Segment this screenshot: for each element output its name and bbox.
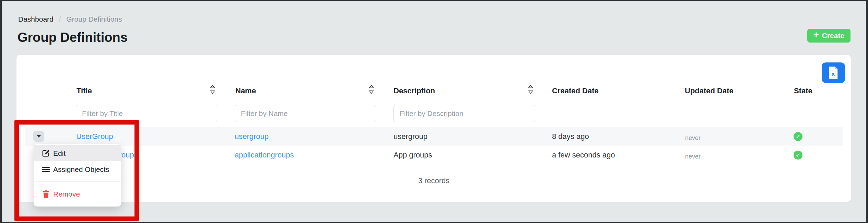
breadcrumb-group-definitions[interactable]: Group Definitions [66, 15, 122, 23]
edit-icon [42, 149, 50, 157]
screen-edge [866, 0, 868, 223]
breadcrumb: Dashboard / Group Definitions [18, 15, 122, 23]
create-button-label: Create [822, 32, 844, 40]
row-name-link[interactable]: usergroup [235, 132, 269, 141]
check-glyph: ✓ [796, 152, 800, 159]
trash-icon [42, 190, 50, 198]
row-title-link[interactable]: UserGroup [76, 132, 113, 141]
plus-icon: + [813, 31, 819, 40]
export-excel-button[interactable]: x [822, 62, 845, 83]
column-header-created-date: Created Date [552, 86, 599, 95]
row-updated-date: never [685, 133, 701, 142]
caret-down-icon [37, 135, 41, 138]
table-row [25, 145, 843, 165]
screen-edge [0, 0, 2, 223]
records-count: 3 records [25, 176, 843, 185]
row-description: usergroup [394, 132, 427, 141]
row-updated-date: never [685, 152, 701, 161]
menu-item-remove[interactable]: Remove [34, 187, 121, 202]
excel-file-icon: x [828, 66, 838, 79]
list-icon [42, 166, 50, 173]
breadcrumb-separator: / [59, 15, 61, 23]
page-title: Group Definitions [17, 30, 128, 45]
column-header-title[interactable]: Title [77, 86, 92, 95]
state-check-icon: ✓ [794, 151, 802, 160]
row-created-date: 8 days ago [552, 132, 589, 141]
menu-item-label: Edit [53, 149, 66, 157]
filter-name-input[interactable] [235, 105, 376, 122]
filter-title-input[interactable] [76, 105, 217, 122]
column-header-updated-date: Updated Date [685, 86, 734, 95]
menu-item-label: Assigned Objects [53, 165, 109, 174]
state-check-icon: ✓ [794, 132, 802, 141]
column-header-description[interactable]: Description [394, 86, 435, 95]
column-header-state: State [794, 86, 812, 95]
svg-text:x: x [832, 71, 835, 77]
sort-icon-name[interactable] [368, 84, 374, 94]
menu-item-assigned-objects[interactable]: Assigned Objects [34, 161, 121, 177]
menu-divider [34, 181, 121, 182]
sort-icon-title[interactable] [210, 84, 215, 94]
row-actions-dropdown-toggle[interactable] [33, 131, 44, 142]
create-button[interactable]: + Create [807, 29, 851, 43]
group-definitions-page: Dashboard / Group Definitions Group Defi… [0, 0, 868, 223]
row-description: App groups [394, 151, 432, 160]
row-created-date: a few seconds ago [552, 151, 615, 160]
column-header-name[interactable]: Name [235, 86, 256, 95]
table-row [25, 127, 843, 145]
check-glyph: ✓ [796, 133, 800, 140]
row-actions-menu: Edit Assigned Objects Remove [34, 144, 121, 207]
sort-icon-description[interactable] [528, 84, 533, 94]
menu-item-edit[interactable]: Edit [34, 145, 121, 161]
header-divider [25, 100, 843, 100]
filter-description-input[interactable] [394, 105, 535, 122]
menu-item-label: Remove [53, 190, 80, 198]
screen-edge [0, 0, 868, 1]
breadcrumb-dashboard[interactable]: Dashboard [18, 15, 54, 23]
row-name-link[interactable]: applicationgroups [235, 151, 294, 160]
